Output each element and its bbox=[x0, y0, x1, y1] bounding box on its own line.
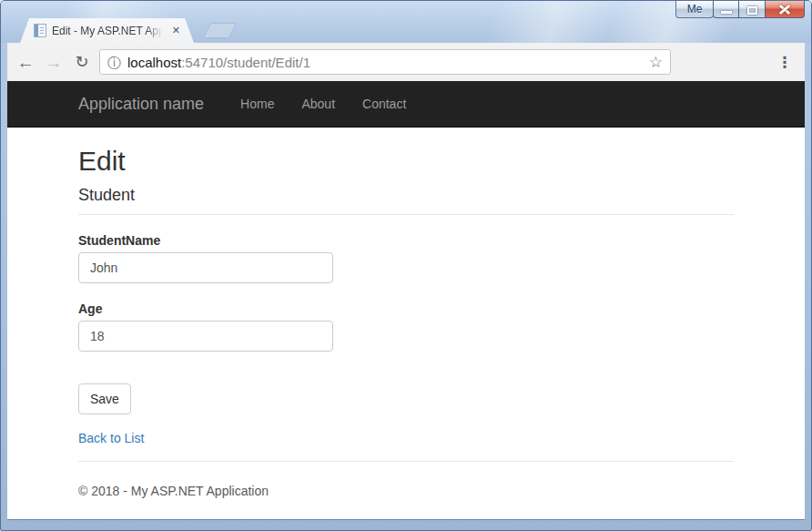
close-icon bbox=[778, 4, 791, 15]
minimize-icon bbox=[721, 11, 732, 14]
studentname-input[interactable] bbox=[78, 252, 333, 283]
save-button[interactable]: Save bbox=[78, 383, 131, 414]
nav-link-contact[interactable]: Contact bbox=[349, 81, 420, 127]
bookmark-star-icon[interactable]: ☆ bbox=[649, 55, 663, 70]
page-body: Edit Student StudentName Age Save Back t bbox=[65, 146, 747, 498]
profile-button[interactable]: Me bbox=[675, 1, 714, 18]
browser-window: Edit - My ASP.NET Applic ✕ Me ← → ↻ ⓘ lo… bbox=[0, 0, 812, 531]
navbar-brand[interactable]: Application name bbox=[78, 81, 218, 127]
close-button[interactable] bbox=[765, 1, 805, 18]
nav-link-home[interactable]: Home bbox=[227, 81, 288, 127]
forward-button[interactable]: → bbox=[45, 54, 63, 71]
window-caption-buttons bbox=[713, 1, 805, 18]
favicon-icon bbox=[34, 24, 46, 37]
back-button[interactable]: ← bbox=[16, 54, 35, 71]
edit-form: StudentName Age Save bbox=[78, 233, 734, 414]
page-subtitle: Student bbox=[78, 186, 734, 205]
url-host: localhost bbox=[127, 55, 181, 70]
navbar-links: Home About Contact bbox=[227, 81, 420, 127]
form-group-studentname: StudentName bbox=[78, 233, 734, 283]
back-to-list-link[interactable]: Back to List bbox=[78, 431, 144, 445]
age-label: Age bbox=[78, 301, 734, 316]
minimize-button[interactable] bbox=[713, 1, 739, 18]
maximize-button[interactable] bbox=[739, 1, 765, 18]
address-bar[interactable]: ⓘ localhost:54710/student/Edit/1 ☆ bbox=[99, 49, 671, 75]
reload-button[interactable]: ↻ bbox=[73, 54, 91, 70]
form-group-age: Age bbox=[78, 301, 734, 352]
site-navbar: Application name Home About Contact bbox=[7, 81, 805, 128]
divider-top bbox=[78, 214, 734, 215]
tab-title: Edit - My ASP.NET Applic bbox=[52, 25, 165, 37]
page-info-icon[interactable]: ⓘ bbox=[107, 56, 121, 69]
url-text: localhost:54710/student/Edit/1 bbox=[127, 55, 310, 70]
page-footer: © 2018 - My ASP.NET Application bbox=[78, 484, 734, 498]
browser-chrome-body: ← → ↻ ⓘ localhost:54710/student/Edit/1 ☆… bbox=[7, 43, 805, 520]
web-page: Application name Home About Contact Edit… bbox=[7, 81, 805, 519]
nav-link-about[interactable]: About bbox=[288, 81, 349, 127]
page-title: Edit bbox=[78, 146, 734, 177]
divider-bottom bbox=[78, 461, 734, 462]
browser-tab[interactable]: Edit - My ASP.NET Applic ✕ bbox=[20, 18, 194, 43]
tab-close-icon[interactable]: ✕ bbox=[170, 24, 182, 37]
age-input[interactable] bbox=[78, 321, 333, 352]
chrome-menu-icon[interactable]: ⋮ bbox=[776, 53, 794, 72]
maximize-icon bbox=[747, 6, 757, 15]
browser-toolbar: ← → ↻ ⓘ localhost:54710/student/Edit/1 ☆… bbox=[7, 43, 805, 81]
studentname-label: StudentName bbox=[78, 233, 734, 248]
url-path: :54710/student/Edit/1 bbox=[181, 55, 310, 70]
copyright-text: © 2018 - My ASP.NET Application bbox=[78, 484, 734, 498]
